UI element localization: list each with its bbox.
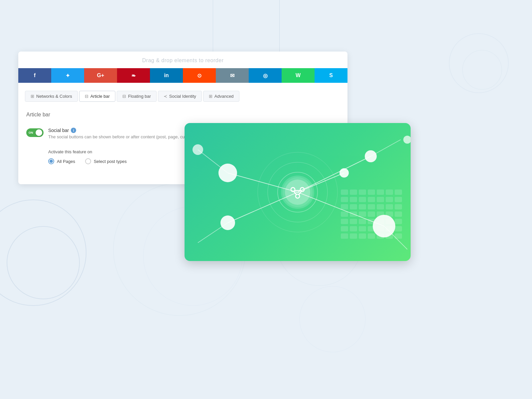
svg-rect-9 (359, 197, 366, 202)
advanced-tab-icon: ⊞ (209, 94, 212, 99)
drag-drop-header: Drag & drop elements to reorder (18, 52, 347, 68)
skype-icon: S (329, 72, 333, 78)
tab-floating-bar[interactable]: ⊟ Floating bar (117, 91, 157, 102)
google-plus-btn[interactable]: G+ (84, 68, 117, 83)
svg-point-73 (373, 215, 395, 237)
social-bar-toggle[interactable]: ON (26, 128, 44, 137)
svg-rect-28 (341, 219, 348, 224)
pinterest-btn[interactable]: ❧ (117, 68, 150, 83)
svg-rect-11 (377, 197, 384, 202)
svg-rect-41 (395, 226, 402, 231)
social-identity-tab-icon: ≺ (164, 94, 167, 99)
svg-rect-45 (368, 233, 375, 239)
twitter-btn[interactable]: ✦ (51, 68, 84, 83)
svg-rect-12 (386, 197, 393, 202)
advanced-tab-label: Advanced (214, 94, 234, 99)
svg-rect-34 (395, 219, 402, 224)
svg-rect-14 (341, 204, 348, 209)
pinterest-icon: ❧ (131, 72, 136, 79)
article-bar-tab-label: Article bar (90, 94, 110, 99)
green-card-inner (185, 123, 411, 261)
radio-all-pages-outer (48, 158, 54, 164)
info-icon[interactable]: i (71, 128, 76, 133)
svg-rect-23 (359, 211, 366, 217)
social-identity-tab-label: Social Identity (169, 94, 196, 99)
toggle-on-label: ON (29, 131, 33, 134)
svg-rect-27 (395, 211, 402, 217)
svg-rect-2 (359, 190, 366, 195)
svg-rect-24 (368, 211, 375, 217)
svg-rect-6 (395, 190, 402, 195)
svg-rect-15 (350, 204, 357, 209)
skype-btn[interactable]: S (315, 68, 347, 83)
tab-advanced[interactable]: ⊞ Advanced (203, 91, 239, 102)
social-bar-label-text: Social bar (48, 128, 69, 133)
svg-rect-18 (377, 204, 384, 209)
svg-rect-8 (350, 197, 357, 202)
toggle-knob (36, 129, 42, 136)
radio-all-pages-inner (50, 160, 53, 163)
svg-point-75 (193, 144, 203, 155)
svg-rect-0 (341, 190, 348, 195)
facebook-btn[interactable]: f (18, 68, 51, 83)
networks-colors-tab-label: Networks & Colors (36, 94, 72, 99)
radio-select-post-types[interactable]: Select post types (85, 158, 127, 164)
svg-point-72 (365, 150, 377, 162)
google-plus-icon: G+ (97, 72, 104, 78)
telegram-btn[interactable]: ◎ (249, 68, 282, 83)
svg-rect-13 (395, 197, 402, 202)
svg-rect-42 (341, 233, 348, 239)
tab-networks-colors[interactable]: ⊞ Networks & Colors (25, 91, 78, 102)
svg-rect-30 (359, 219, 366, 224)
svg-point-71 (220, 215, 235, 230)
svg-point-63 (285, 180, 310, 205)
green-card (185, 123, 411, 261)
whatsapp-icon: W (296, 72, 301, 78)
networks-colors-tab-icon: ⊞ (31, 94, 34, 99)
svg-rect-10 (368, 197, 375, 202)
svg-rect-16 (359, 204, 366, 209)
floating-bar-tab-label: Floating bar (128, 94, 151, 99)
svg-rect-1 (350, 190, 357, 195)
radio-all-pages[interactable]: All Pages (48, 158, 75, 164)
reddit-icon: ⊙ (197, 72, 201, 79)
reddit-btn[interactable]: ⊙ (183, 68, 216, 83)
email-icon: ✉ (230, 72, 234, 79)
svg-rect-5 (386, 190, 393, 195)
radio-select-post-types-outer (85, 158, 91, 164)
svg-rect-7 (341, 197, 348, 202)
linkedin-icon: in (164, 72, 169, 78)
svg-rect-44 (359, 233, 366, 239)
svg-rect-21 (341, 211, 348, 217)
radio-select-post-types-label: Select post types (94, 159, 127, 164)
network-visualization (185, 123, 411, 261)
svg-point-70 (218, 164, 237, 182)
tabs-container: ⊞ Networks & Colors ⊟ Article bar ⊟ Floa… (18, 83, 347, 102)
svg-rect-43 (350, 233, 357, 239)
svg-rect-4 (377, 190, 384, 195)
svg-rect-36 (350, 226, 357, 231)
whatsapp-btn[interactable]: W (282, 68, 315, 83)
svg-rect-35 (341, 226, 348, 231)
svg-rect-37 (359, 226, 366, 231)
section-title: Article bar (26, 112, 339, 118)
svg-point-76 (403, 136, 411, 144)
svg-rect-17 (368, 204, 375, 209)
svg-rect-19 (386, 204, 393, 209)
email-btn[interactable]: ✉ (216, 68, 249, 83)
svg-rect-29 (350, 219, 357, 224)
social-network-bar: f ✦ G+ ❧ in ⊙ ✉ ◎ W S (18, 68, 347, 83)
linkedin-btn[interactable]: in (150, 68, 183, 83)
tab-social-identity[interactable]: ≺ Social Identity (158, 91, 202, 102)
telegram-icon: ◎ (263, 72, 268, 79)
floating-bar-tab-icon: ⊟ (122, 94, 126, 99)
svg-point-74 (339, 168, 349, 178)
facebook-icon: f (34, 72, 36, 78)
article-bar-tab-icon: ⊟ (85, 94, 88, 99)
tab-article-bar[interactable]: ⊟ Article bar (79, 91, 116, 102)
svg-rect-20 (395, 204, 402, 209)
toggle-track[interactable]: ON (26, 128, 44, 137)
radio-all-pages-label: All Pages (57, 159, 75, 164)
twitter-icon: ✦ (66, 72, 70, 79)
svg-rect-3 (368, 190, 375, 195)
